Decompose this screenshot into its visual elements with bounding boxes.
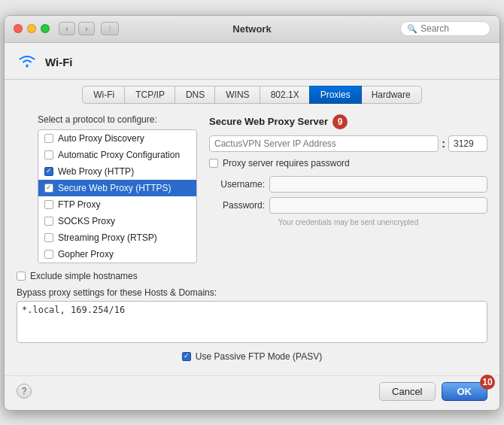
search-icon: 🔍 bbox=[407, 24, 417, 34]
cancel-button[interactable]: Cancel bbox=[379, 382, 435, 401]
exclude-label: Exclude simple hostnames bbox=[30, 271, 138, 281]
maximize-button[interactable] bbox=[41, 24, 50, 33]
checkmark-secure-web: ✓ bbox=[46, 184, 52, 191]
svg-point-0 bbox=[26, 65, 29, 67]
bypass-textarea[interactable]: *.local, 169.254/16 bbox=[17, 301, 487, 343]
protocol-auto-proxy-label: Auto Proxy Discovery bbox=[58, 133, 144, 144]
pasv-label: Use Passive FTP Mode (PASV) bbox=[196, 351, 322, 362]
footer-right: Cancel OK 10 bbox=[379, 382, 487, 401]
protocol-secure-web-label: Secure Web Proxy (HTTPS) bbox=[58, 183, 171, 193]
tab-wifi[interactable]: Wi-Fi bbox=[82, 86, 126, 104]
checkmark-web-http: ✓ bbox=[46, 168, 52, 175]
traffic-lights bbox=[14, 24, 50, 33]
proxy-password-checkbox[interactable] bbox=[209, 159, 218, 168]
protocol-streaming-label: Streaming Proxy (RTSP) bbox=[58, 232, 157, 243]
protocol-socks-label: SOCKS Proxy bbox=[58, 216, 115, 226]
protocol-socks[interactable]: SOCKS Proxy bbox=[38, 213, 196, 229]
port-input[interactable] bbox=[448, 135, 487, 152]
right-panel: Secure Web Proxy Server 9 : Proxy server… bbox=[209, 114, 487, 263]
checkbox-secure-web-https[interactable]: ✓ bbox=[44, 184, 53, 193]
username-input[interactable] bbox=[269, 176, 487, 193]
protocol-ftp-label: FTP Proxy bbox=[58, 199, 100, 210]
checkbox-ftp[interactable] bbox=[44, 200, 53, 209]
network-window: ‹ › ⋮ Network 🔍 Wi-Fi Wi-Fi TCP/IP DNS W… bbox=[4, 15, 500, 411]
left-panel: Select a protocol to configure: Auto Pro… bbox=[17, 114, 197, 263]
username-row: Username: bbox=[209, 176, 487, 193]
minimize-button[interactable] bbox=[27, 24, 36, 33]
titlebar: ‹ › ⋮ Network 🔍 bbox=[5, 16, 499, 43]
tab-proxies[interactable]: Proxies bbox=[309, 86, 362, 104]
protocol-list: Auto Proxy Discovery Automatic Proxy Con… bbox=[38, 129, 197, 263]
tab-tcpip[interactable]: TCP/IP bbox=[124, 86, 176, 104]
footer: ? Cancel OK 10 bbox=[5, 375, 499, 410]
exclude-checkbox[interactable] bbox=[17, 272, 26, 281]
nav-buttons: ‹ › bbox=[59, 22, 95, 35]
checkbox-web-http[interactable]: ✓ bbox=[44, 167, 53, 176]
checkbox-streaming[interactable] bbox=[44, 233, 53, 242]
password-row: Password: bbox=[209, 197, 487, 214]
ok-wrapper: OK 10 bbox=[442, 382, 488, 401]
protocol-auto-config-label: Automatic Proxy Configuration bbox=[58, 150, 180, 160]
proxy-password-row[interactable]: Proxy server requires password bbox=[209, 158, 487, 168]
forward-button[interactable]: › bbox=[78, 22, 95, 35]
wifi-icon bbox=[17, 52, 38, 73]
protocol-gopher[interactable]: Gopher Proxy bbox=[38, 246, 196, 263]
protocol-auto-config[interactable]: Automatic Proxy Configuration bbox=[38, 147, 196, 163]
checkbox-gopher[interactable] bbox=[44, 250, 53, 259]
search-box[interactable]: 🔍 bbox=[400, 21, 490, 36]
step10-badge: 10 bbox=[480, 375, 495, 390]
proxy-password-label: Proxy server requires password bbox=[223, 158, 350, 168]
pasv-row: ✓ Use Passive FTP Mode (PASV) bbox=[17, 351, 487, 362]
checkbox-socks[interactable] bbox=[44, 217, 53, 226]
protocol-secure-web-https[interactable]: ✓ Secure Web Proxy (HTTPS) bbox=[38, 180, 196, 196]
credentials-note: Your credentials may be sent unencrypted bbox=[209, 218, 487, 226]
tab-hardware[interactable]: Hardware bbox=[360, 86, 422, 104]
password-input[interactable] bbox=[269, 197, 487, 214]
protocol-ftp[interactable]: FTP Proxy bbox=[38, 196, 196, 213]
protocol-auto-proxy[interactable]: Auto Proxy Discovery bbox=[38, 130, 196, 147]
right-title: Secure Web Proxy Server 9 bbox=[209, 114, 487, 129]
tab-dns[interactable]: DNS bbox=[175, 86, 216, 104]
protocol-web-http-label: Web Proxy (HTTP) bbox=[58, 166, 134, 177]
pasv-checkmark: ✓ bbox=[184, 353, 190, 360]
tabs-bar: Wi-Fi TCP/IP DNS WINS 802.1X Proxies Har… bbox=[5, 80, 499, 104]
step10-wrapper: 10 bbox=[480, 375, 495, 390]
checkbox-auto-proxy[interactable] bbox=[44, 134, 53, 143]
protocol-label: Select a protocol to configure: bbox=[38, 114, 197, 125]
wifi-header: Wi-Fi bbox=[5, 43, 499, 80]
protocol-secure-web-wrapper: 8 ✓ Secure Web Proxy (HTTPS) bbox=[38, 180, 196, 196]
grid-button[interactable]: ⋮ bbox=[101, 22, 119, 35]
right-title-text: Secure Web Proxy Server bbox=[209, 116, 328, 127]
close-button[interactable] bbox=[14, 24, 23, 33]
port-separator: : bbox=[442, 138, 445, 150]
bypass-label: Bypass proxy settings for these Hosts & … bbox=[17, 287, 487, 298]
password-label: Password: bbox=[209, 200, 269, 211]
tab-8021x[interactable]: 802.1X bbox=[260, 86, 311, 104]
protocol-gopher-label: Gopher Proxy bbox=[58, 249, 114, 260]
pasv-checkbox[interactable]: ✓ bbox=[182, 352, 191, 361]
wifi-label: Wi-Fi bbox=[45, 56, 73, 68]
tab-wins[interactable]: WINS bbox=[214, 86, 260, 104]
exclude-row: Exclude simple hostnames bbox=[17, 271, 487, 281]
server-address-input[interactable] bbox=[209, 135, 439, 152]
main-content: Select a protocol to configure: Auto Pro… bbox=[5, 104, 499, 271]
protocol-web-http[interactable]: ✓ Web Proxy (HTTP) bbox=[38, 163, 196, 180]
search-input[interactable] bbox=[421, 23, 481, 34]
username-label: Username: bbox=[209, 179, 269, 190]
back-button[interactable]: ‹ bbox=[59, 22, 75, 35]
checkbox-auto-config[interactable] bbox=[44, 150, 53, 159]
footer-left: ? bbox=[17, 384, 32, 399]
protocol-streaming[interactable]: Streaming Proxy (RTSP) bbox=[38, 229, 196, 246]
help-button[interactable]: ? bbox=[17, 384, 32, 399]
server-row: : bbox=[209, 135, 487, 152]
window-title: Network bbox=[232, 23, 271, 35]
step9-badge: 9 bbox=[332, 114, 348, 129]
bottom-section: Exclude simple hostnames Bypass proxy se… bbox=[5, 271, 499, 375]
